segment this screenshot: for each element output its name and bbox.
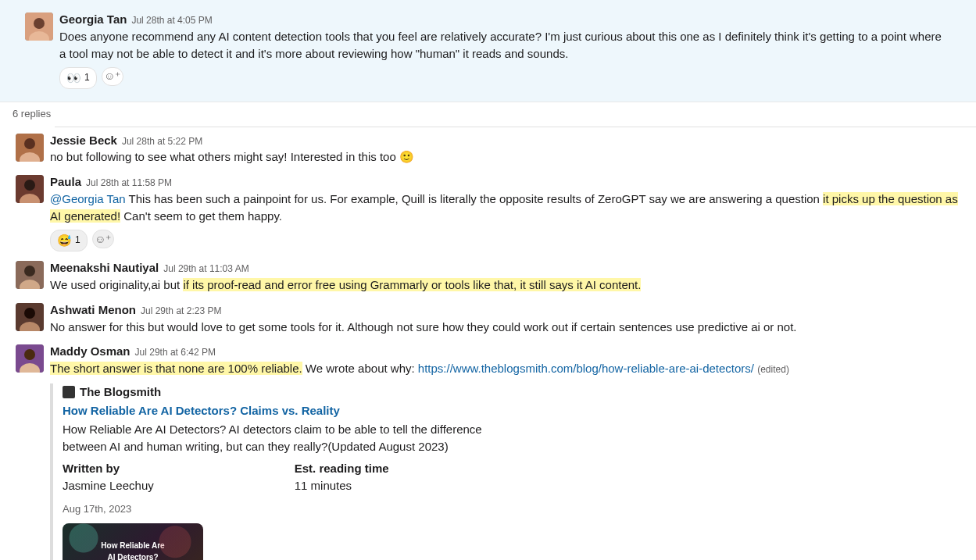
message-body: Paula Jul 28th at 11:58 PM @Georgia Tan …	[50, 173, 963, 251]
text-segment: This has been such a painpoint for us. F…	[126, 192, 823, 205]
link-preview: The Blogsmith How Reliable Are AI Detect…	[50, 383, 963, 560]
thumb-text: How Reliable Are	[101, 540, 164, 552]
message-timestamp[interactable]: Jul 29th at 2:23 PM	[141, 305, 221, 319]
person-icon	[16, 134, 44, 162]
author-name[interactable]: Paula	[50, 173, 81, 191]
message-header: Georgia Tan Jul 28th at 4:05 PM	[59, 11, 951, 28]
thumb-text: AI Detectors?	[107, 552, 158, 560]
message-text: No answer for this but would love to get…	[50, 319, 963, 336]
add-reaction-icon: ☺⁺	[104, 68, 120, 84]
meta-label: Est. reading time	[295, 460, 389, 477]
message-header: Jessie Beck Jul 28th at 5:22 PM	[50, 132, 963, 149]
message-text: no but following to see what others migh…	[50, 148, 963, 166]
author-name[interactable]: Maddy Osman	[50, 343, 130, 360]
eyes-icon: 👀	[66, 70, 81, 87]
link-preview-meta: Written by Jasmine Leechuy Est. reading …	[63, 460, 963, 494]
sweat-smile-icon: 😅	[57, 232, 72, 249]
person-icon	[16, 303, 44, 331]
message-header: Meenakshi Nautiyal Jul 29th at 11:03 AM	[50, 259, 963, 276]
external-link[interactable]: https://www.theblogsmith.com/blog/how-re…	[418, 362, 754, 375]
message-header: Ashwati Menon Jul 29th at 2:23 PM	[50, 301, 963, 319]
text-segment: We used originality,ai but	[50, 278, 183, 291]
message: Georgia Tan Jul 28th at 4:05 PM Does any…	[13, 6, 963, 92]
author-name[interactable]: Ashwati Menon	[50, 301, 136, 319]
message-text: The short answer is that none are 100% r…	[50, 360, 963, 377]
reply-message: Jessie Beck Jul 28th at 5:22 PM no but f…	[0, 127, 976, 169]
avatar[interactable]	[16, 303, 44, 331]
reaction-count: 1	[84, 71, 90, 85]
message-header: Paula Jul 28th at 11:58 PM	[50, 173, 963, 191]
message-body: Georgia Tan Jul 28th at 4:05 PM Does any…	[59, 11, 951, 89]
reaction-sweat-smile[interactable]: 😅 1	[50, 230, 88, 251]
message-timestamp[interactable]: Jul 28th at 4:05 PM	[131, 14, 212, 28]
reactions-bar: 👀 1 ☺⁺	[59, 67, 951, 89]
svg-point-7	[24, 180, 35, 191]
avatar[interactable]	[16, 175, 44, 203]
text-segment: We wrote about why:	[302, 362, 418, 375]
avatar[interactable]	[16, 261, 44, 289]
reply-message: Maddy Osman Jul 29th at 6:42 PM The shor…	[0, 338, 976, 560]
add-reaction-icon: ☺⁺	[95, 231, 111, 247]
smile-icon: 🙂	[399, 150, 414, 163]
reply-message: Meenakshi Nautiyal Jul 29th at 11:03 AM …	[0, 255, 976, 297]
svg-point-10	[24, 266, 35, 276]
reaction-count: 1	[75, 234, 80, 248]
svg-point-16	[24, 349, 35, 360]
link-preview-site: The Blogsmith	[63, 383, 963, 401]
message-text: We used originality,ai but if its proof-…	[50, 276, 963, 294]
message-header: Maddy Osman Jul 29th at 6:42 PM	[50, 343, 963, 360]
meta-label: Written by	[63, 460, 154, 477]
reaction-eyes[interactable]: 👀 1	[59, 67, 97, 89]
reply-message: Paula Jul 28th at 11:58 PM @Georgia Tan …	[0, 169, 976, 255]
user-mention[interactable]: @Georgia Tan	[50, 192, 126, 205]
meta-reading-time: Est. reading time 11 minutes	[295, 460, 389, 494]
person-icon	[16, 175, 44, 203]
avatar[interactable]	[25, 12, 53, 41]
text-segment: No answer for this but would love to get…	[50, 320, 797, 334]
message-body: Ashwati Menon Jul 29th at 2:23 PM No ans…	[50, 301, 963, 336]
link-preview-thumbnail[interactable]: How Reliable Are AI Detectors? Claims vs…	[63, 523, 203, 560]
svg-point-1	[34, 18, 45, 29]
link-preview-title[interactable]: How Reliable Are AI Detectors? Claims vs…	[63, 402, 963, 419]
highlighted-text: The short answer is that none are 100% r…	[50, 362, 302, 375]
person-icon	[16, 344, 44, 373]
link-preview-date: Aug 17th, 2023	[63, 502, 963, 517]
avatar[interactable]	[16, 344, 44, 373]
thread-replies-count: 6 replies	[0, 102, 976, 127]
root-message: Georgia Tan Jul 28th at 4:05 PM Does any…	[0, 0, 976, 102]
reactions-bar: 😅 1 ☺⁺	[50, 230, 963, 251]
author-name[interactable]: Meenakshi Nautiyal	[50, 259, 159, 276]
message-text: Does anyone recommend any AI content det…	[59, 28, 951, 62]
add-reaction-button[interactable]: ☺⁺	[92, 230, 114, 248]
highlighted-text: if its proof-read and error free using G…	[183, 278, 641, 291]
text-segment: Can't seem to get them happy.	[120, 209, 282, 223]
message-timestamp[interactable]: Jul 29th at 11:03 AM	[163, 262, 248, 276]
svg-point-4	[24, 138, 35, 149]
author-name[interactable]: Jessie Beck	[50, 132, 117, 149]
person-icon	[25, 12, 53, 41]
person-icon	[16, 261, 44, 289]
add-reaction-button[interactable]: ☺⁺	[102, 67, 123, 86]
author-name[interactable]: Georgia Tan	[59, 11, 127, 28]
message-timestamp[interactable]: Jul 29th at 6:42 PM	[135, 346, 216, 360]
reply-message: Ashwati Menon Jul 29th at 2:23 PM No ans…	[0, 297, 976, 339]
meta-written-by: Written by Jasmine Leechuy	[63, 460, 154, 494]
site-favicon-icon	[63, 386, 75, 398]
link-preview-description: How Reliable Are AI Detectors? AI detect…	[63, 421, 500, 455]
message-timestamp[interactable]: Jul 28th at 11:58 PM	[86, 177, 172, 191]
message-timestamp[interactable]: Jul 28th at 5:22 PM	[122, 135, 202, 149]
thread-replies: Jessie Beck Jul 28th at 5:22 PM no but f…	[0, 127, 976, 560]
text-segment: no but following to see what others migh…	[50, 150, 399, 163]
message-body: Meenakshi Nautiyal Jul 29th at 11:03 AM …	[50, 259, 963, 294]
avatar[interactable]	[16, 134, 44, 162]
site-name: The Blogsmith	[80, 383, 161, 401]
svg-point-13	[24, 308, 35, 319]
meta-value: 11 minutes	[295, 477, 389, 494]
message-text: @Georgia Tan This has been such a painpo…	[50, 191, 963, 225]
message-body: Jessie Beck Jul 28th at 5:22 PM no but f…	[50, 132, 963, 166]
meta-value: Jasmine Leechuy	[63, 477, 154, 494]
edited-label: (edited)	[757, 364, 789, 375]
message-body: Maddy Osman Jul 29th at 6:42 PM The shor…	[50, 343, 963, 560]
